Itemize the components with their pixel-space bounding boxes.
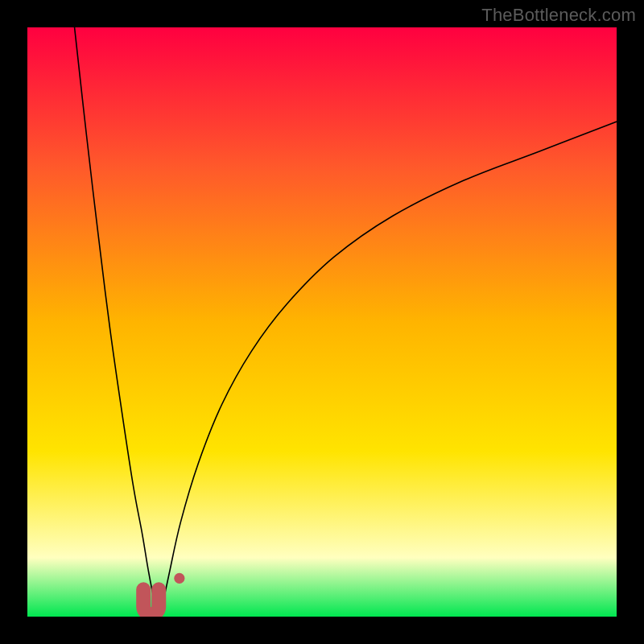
- chart-frame: TheBottleneck.com: [0, 0, 644, 644]
- plot-area: [27, 27, 617, 617]
- plot-svg: [27, 27, 617, 617]
- marker-u: [143, 589, 159, 614]
- marker-dot: [174, 573, 184, 584]
- curve-left-branch: [75, 27, 160, 617]
- watermark-text: TheBottleneck.com: [481, 5, 636, 26]
- curve-right-branch: [160, 122, 617, 617]
